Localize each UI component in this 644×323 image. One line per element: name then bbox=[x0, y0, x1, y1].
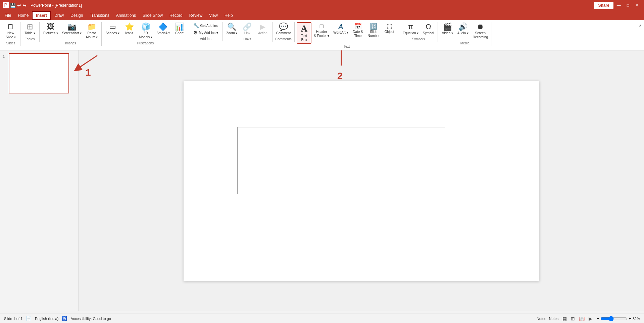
audio-button[interactable]: 🔊 Audio ▾ bbox=[455, 22, 470, 36]
annotation-arrow-2 bbox=[331, 50, 351, 67]
date-time-label: Date &Time bbox=[353, 30, 363, 38]
ribbon-collapse-button[interactable]: ∧ bbox=[638, 22, 643, 29]
equation-button[interactable]: π Equation ▾ bbox=[401, 22, 420, 36]
normal-view-button[interactable]: ▦ bbox=[561, 315, 568, 322]
object-label: Object bbox=[385, 30, 394, 34]
links-group-label: Links bbox=[225, 36, 270, 42]
minimize-button[interactable]: — bbox=[614, 2, 624, 9]
slide-panel: 1 1 bbox=[0, 50, 79, 311]
maximize-button[interactable]: □ bbox=[624, 2, 632, 9]
icons-button[interactable]: ⭐ Icons bbox=[122, 22, 137, 36]
pictures-icon: 🖼 bbox=[47, 23, 54, 31]
shapes-label: Shapes ▾ bbox=[105, 31, 119, 35]
screenshot-button[interactable]: 📷 Screenshot ▾ bbox=[60, 22, 83, 36]
zoom-level: 82% bbox=[633, 317, 640, 321]
menu-animations[interactable]: Animations bbox=[113, 12, 139, 19]
canvas-area: 2 bbox=[79, 50, 644, 311]
photo-album-label: PhotoAlbum ▾ bbox=[86, 31, 98, 39]
object-button[interactable]: ⬚ Object bbox=[382, 22, 397, 35]
video-button[interactable]: 🎬 Video ▾ bbox=[440, 22, 455, 36]
ribbon-group-text: A TextBox □ Header& Footer ▾ A WordArt ▾… bbox=[295, 22, 399, 49]
text-box-button[interactable]: A TextBox bbox=[297, 22, 311, 44]
slide-1-thumbnail[interactable] bbox=[9, 53, 69, 93]
symbol-button[interactable]: Ω Symbol bbox=[421, 22, 436, 36]
header-footer-button[interactable]: □ Header& Footer ▾ bbox=[312, 22, 331, 39]
annotation-2-label: 2 bbox=[337, 71, 343, 81]
menu-insert[interactable]: Insert bbox=[32, 11, 51, 20]
chart-icon: 📊 bbox=[175, 23, 184, 31]
slide-sorter-button[interactable]: ⊞ bbox=[569, 315, 576, 322]
date-time-button[interactable]: 📅 Date &Time bbox=[351, 22, 365, 39]
ribbon-group-comments: 💬 Comment Comments bbox=[273, 22, 295, 42]
zoom-slider[interactable] bbox=[600, 316, 627, 321]
slide-number-label: SlideNumber bbox=[368, 30, 380, 38]
menu-review[interactable]: Review bbox=[186, 12, 206, 19]
status-left: Slide 1 of 1 📄 English (India) ♿ Accessi… bbox=[4, 316, 111, 321]
slideshow-button[interactable]: ▶ bbox=[587, 315, 594, 322]
ribbon-group-slides: 🗒 NewSlide ▾ Slides bbox=[1, 22, 20, 46]
chart-label: Chart bbox=[175, 31, 183, 35]
screenshot-icon: 📷 bbox=[67, 23, 77, 31]
slide-canvas[interactable] bbox=[184, 81, 539, 281]
notes-button[interactable]: Notes bbox=[537, 317, 546, 321]
menu-record[interactable]: Record bbox=[166, 12, 186, 19]
smartart-button[interactable]: 🔷 SmartArt bbox=[155, 22, 171, 36]
quick-access-undo[interactable]: ↩ bbox=[17, 3, 21, 8]
slide-info: Slide 1 of 1 bbox=[4, 317, 22, 321]
smartart-label: SmartArt bbox=[156, 31, 169, 35]
screen-recording-button[interactable]: ⏺ ScreenRecording bbox=[471, 22, 490, 40]
icons-icon: ⭐ bbox=[125, 23, 134, 31]
3d-models-button[interactable]: 🧊 3DModels ▾ bbox=[137, 22, 154, 40]
quick-access-redo[interactable]: ↪ bbox=[22, 3, 27, 8]
link-button[interactable]: 🔗 Link bbox=[240, 22, 255, 36]
status-right: Notes Notes ▦ ⊞ 📖 ▶ − + 82% bbox=[537, 315, 640, 322]
slide-1-container: 1 bbox=[3, 53, 76, 93]
menu-draw[interactable]: Draw bbox=[51, 12, 67, 19]
menu-help[interactable]: Help bbox=[221, 12, 236, 19]
ribbon-group-addins: 🔧 Get Add-ins ⚙ My Add-ins ▾ Add-ins bbox=[189, 22, 222, 41]
text-box-element[interactable] bbox=[237, 127, 445, 194]
notes-toggle-icon: 📄 bbox=[26, 316, 32, 321]
menu-view[interactable]: View bbox=[206, 12, 221, 19]
wordart-icon: A bbox=[338, 23, 343, 30]
smartart-icon: 🔷 bbox=[158, 23, 167, 31]
get-addins-button[interactable]: 🔧 Get Add-ins bbox=[191, 22, 220, 29]
menu-slideshow[interactable]: Slide Show bbox=[139, 12, 166, 19]
chart-button[interactable]: 📊 Chart bbox=[172, 22, 187, 36]
quick-access-save[interactable]: 💾 bbox=[10, 3, 16, 8]
video-label: Video ▾ bbox=[442, 31, 453, 35]
zoom-out-button[interactable]: − bbox=[596, 316, 599, 321]
menu-file[interactable]: File bbox=[1, 12, 14, 19]
action-button[interactable]: ▶ Action bbox=[255, 22, 270, 36]
shapes-button[interactable]: ▭ Shapes ▾ bbox=[104, 22, 121, 36]
comment-button[interactable]: 💬 Comment bbox=[275, 22, 292, 36]
menu-home[interactable]: Home bbox=[14, 12, 32, 19]
addins-group-label: Add-ins bbox=[191, 36, 220, 41]
new-slide-button[interactable]: 🗒 NewSlide ▾ bbox=[3, 22, 18, 40]
slide-number-button[interactable]: 🔢 SlideNumber bbox=[366, 22, 382, 39]
3d-models-icon: 🧊 bbox=[141, 23, 150, 31]
app-logo-icon: 🅿 bbox=[3, 2, 9, 9]
reading-view-button[interactable]: 📖 bbox=[578, 315, 586, 322]
header-footer-label: Header& Footer ▾ bbox=[314, 30, 329, 38]
zoom-button[interactable]: 🔍 Zoom ▾ bbox=[225, 22, 239, 36]
text-box-icon: A bbox=[301, 24, 307, 33]
ribbon-group-symbols: π Equation ▾ Ω Symbol Symbols bbox=[399, 22, 438, 42]
action-icon: ▶ bbox=[260, 23, 265, 31]
close-button[interactable]: ✕ bbox=[633, 2, 641, 9]
my-addins-button[interactable]: ⚙ My Add-ins ▾ bbox=[191, 29, 220, 36]
zoom-in-button[interactable]: + bbox=[629, 316, 631, 321]
my-addins-label: My Add-ins ▾ bbox=[199, 31, 218, 35]
ribbon: 🗒 NewSlide ▾ Slides ⊞ Table ▾ Tables 🖼 P bbox=[0, 20, 644, 50]
wordart-button[interactable]: A WordArt ▾ bbox=[332, 22, 350, 36]
pictures-button[interactable]: 🖼 Pictures ▾ bbox=[42, 22, 60, 36]
menu-transitions[interactable]: Transitions bbox=[86, 12, 112, 19]
menu-design[interactable]: Design bbox=[67, 12, 86, 19]
text-box-label: TextBox bbox=[301, 34, 307, 42]
share-button[interactable]: Share bbox=[594, 2, 613, 9]
audio-icon: 🔊 bbox=[458, 23, 467, 31]
media-group-label: Media bbox=[440, 40, 490, 46]
notes-label[interactable]: Notes bbox=[549, 317, 559, 321]
photo-album-button[interactable]: 📁 PhotoAlbum ▾ bbox=[84, 22, 99, 40]
table-button[interactable]: ⊞ Table ▾ bbox=[22, 22, 37, 36]
